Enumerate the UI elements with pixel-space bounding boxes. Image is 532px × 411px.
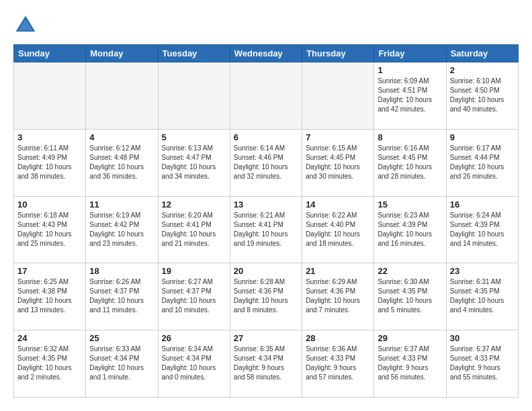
calendar-cell: 24Sunrise: 6:32 AM Sunset: 4:35 PM Dayli…: [14, 330, 86, 398]
calendar-cell: 3Sunrise: 6:11 AM Sunset: 4:49 PM Daylig…: [14, 129, 86, 196]
calendar-week-1: 1Sunrise: 6:09 AM Sunset: 4:51 PM Daylig…: [14, 62, 519, 130]
day-number: 26: [162, 333, 226, 343]
calendar-header-friday: Friday: [374, 45, 446, 62]
day-info: Sunrise: 6:10 AM Sunset: 4:50 PM Dayligh…: [450, 77, 515, 114]
calendar-cell: [302, 62, 374, 130]
calendar-cell: 27Sunrise: 6:35 AM Sunset: 4:34 PM Dayli…: [230, 330, 302, 398]
day-number: 11: [89, 199, 154, 210]
calendar-week-2: 3Sunrise: 6:11 AM Sunset: 4:49 PM Daylig…: [14, 129, 519, 196]
day-info: Sunrise: 6:32 AM Sunset: 4:35 PM Dayligh…: [17, 345, 82, 382]
day-number: 27: [234, 333, 298, 343]
day-info: Sunrise: 6:09 AM Sunset: 4:51 PM Dayligh…: [378, 77, 442, 114]
day-info: Sunrise: 6:22 AM Sunset: 4:40 PM Dayligh…: [306, 211, 370, 248]
calendar-cell: 8Sunrise: 6:16 AM Sunset: 4:45 PM Daylig…: [374, 129, 446, 196]
calendar-cell: 25Sunrise: 6:33 AM Sunset: 4:34 PM Dayli…: [86, 330, 158, 398]
day-number: 18: [89, 266, 154, 276]
day-number: 7: [306, 132, 370, 142]
day-info: Sunrise: 6:33 AM Sunset: 4:34 PM Dayligh…: [89, 345, 154, 382]
calendar-cell: 1Sunrise: 6:09 AM Sunset: 4:51 PM Daylig…: [374, 62, 446, 130]
calendar-cell: 10Sunrise: 6:18 AM Sunset: 4:43 PM Dayli…: [14, 196, 86, 263]
calendar-cell: 14Sunrise: 6:22 AM Sunset: 4:40 PM Dayli…: [302, 196, 374, 263]
day-info: Sunrise: 6:19 AM Sunset: 4:42 PM Dayligh…: [89, 211, 154, 248]
calendar-cell: 15Sunrise: 6:23 AM Sunset: 4:39 PM Dayli…: [374, 196, 446, 263]
calendar-cell: 4Sunrise: 6:12 AM Sunset: 4:48 PM Daylig…: [86, 129, 158, 196]
day-info: Sunrise: 6:30 AM Sunset: 4:35 PM Dayligh…: [378, 277, 442, 315]
day-number: 29: [378, 333, 442, 343]
calendar-cell: 16Sunrise: 6:24 AM Sunset: 4:39 PM Dayli…: [446, 196, 518, 263]
calendar-cell: 9Sunrise: 6:17 AM Sunset: 4:44 PM Daylig…: [446, 129, 518, 196]
day-info: Sunrise: 6:24 AM Sunset: 4:39 PM Dayligh…: [450, 211, 515, 248]
calendar-cell: 6Sunrise: 6:14 AM Sunset: 4:46 PM Daylig…: [230, 129, 302, 196]
day-number: 10: [17, 199, 82, 210]
day-number: 19: [162, 266, 226, 276]
header: [13, 13, 519, 38]
calendar-cell: 17Sunrise: 6:25 AM Sunset: 4:38 PM Dayli…: [14, 263, 86, 330]
day-info: Sunrise: 6:20 AM Sunset: 4:41 PM Dayligh…: [162, 211, 226, 248]
day-number: 16: [450, 199, 515, 210]
calendar-cell: 23Sunrise: 6:31 AM Sunset: 4:35 PM Dayli…: [446, 263, 518, 330]
day-number: 22: [378, 266, 442, 276]
day-info: Sunrise: 6:28 AM Sunset: 4:36 PM Dayligh…: [234, 277, 298, 315]
calendar-cell: [14, 62, 86, 130]
day-info: Sunrise: 6:14 AM Sunset: 4:46 PM Dayligh…: [234, 144, 298, 181]
calendar-cell: 2Sunrise: 6:10 AM Sunset: 4:50 PM Daylig…: [446, 62, 518, 130]
calendar-cell: [230, 62, 302, 130]
calendar-cell: 30Sunrise: 6:37 AM Sunset: 4:33 PM Dayli…: [446, 330, 518, 398]
calendar-cell: 28Sunrise: 6:36 AM Sunset: 4:33 PM Dayli…: [302, 330, 374, 398]
day-number: 12: [162, 199, 226, 210]
day-info: Sunrise: 6:12 AM Sunset: 4:48 PM Dayligh…: [89, 144, 154, 181]
day-info: Sunrise: 6:27 AM Sunset: 4:37 PM Dayligh…: [162, 277, 226, 315]
calendar-cell: 26Sunrise: 6:34 AM Sunset: 4:34 PM Dayli…: [158, 330, 230, 398]
day-info: Sunrise: 6:37 AM Sunset: 4:33 PM Dayligh…: [378, 345, 442, 382]
calendar-cell: 7Sunrise: 6:15 AM Sunset: 4:45 PM Daylig…: [302, 129, 374, 196]
day-number: 24: [17, 333, 82, 343]
calendar-cell: 19Sunrise: 6:27 AM Sunset: 4:37 PM Dayli…: [158, 263, 230, 330]
calendar-cell: 12Sunrise: 6:20 AM Sunset: 4:41 PM Dayli…: [158, 196, 230, 263]
logo: [13, 13, 40, 38]
day-number: 28: [306, 333, 370, 343]
calendar-cell: 29Sunrise: 6:37 AM Sunset: 4:33 PM Dayli…: [374, 330, 446, 398]
day-number: 2: [450, 65, 515, 75]
day-info: Sunrise: 6:17 AM Sunset: 4:44 PM Dayligh…: [450, 144, 515, 181]
calendar-header-thursday: Thursday: [302, 45, 374, 62]
day-info: Sunrise: 6:11 AM Sunset: 4:49 PM Dayligh…: [17, 144, 82, 181]
day-info: Sunrise: 6:23 AM Sunset: 4:39 PM Dayligh…: [378, 211, 442, 248]
calendar-header-monday: Monday: [86, 45, 158, 62]
day-number: 23: [450, 266, 515, 276]
day-number: 20: [234, 266, 298, 276]
calendar-header-tuesday: Tuesday: [158, 45, 230, 62]
calendar-header-row: SundayMondayTuesdayWednesdayThursdayFrid…: [14, 45, 519, 62]
calendar-week-4: 17Sunrise: 6:25 AM Sunset: 4:38 PM Dayli…: [14, 263, 519, 330]
calendar-cell: 5Sunrise: 6:13 AM Sunset: 4:47 PM Daylig…: [158, 129, 230, 196]
day-info: Sunrise: 6:16 AM Sunset: 4:45 PM Dayligh…: [378, 144, 442, 181]
logo-icon: [13, 13, 38, 38]
day-number: 5: [162, 132, 226, 142]
day-info: Sunrise: 6:18 AM Sunset: 4:43 PM Dayligh…: [17, 211, 82, 248]
calendar-week-5: 24Sunrise: 6:32 AM Sunset: 4:35 PM Dayli…: [14, 330, 519, 398]
day-info: Sunrise: 6:29 AM Sunset: 4:36 PM Dayligh…: [306, 277, 370, 315]
calendar-cell: 18Sunrise: 6:26 AM Sunset: 4:37 PM Dayli…: [86, 263, 158, 330]
day-info: Sunrise: 6:35 AM Sunset: 4:34 PM Dayligh…: [234, 345, 298, 382]
day-number: 8: [378, 132, 442, 142]
calendar-cell: [158, 62, 230, 130]
calendar-cell: 22Sunrise: 6:30 AM Sunset: 4:35 PM Dayli…: [374, 263, 446, 330]
day-info: Sunrise: 6:34 AM Sunset: 4:34 PM Dayligh…: [162, 345, 226, 382]
calendar-cell: 11Sunrise: 6:19 AM Sunset: 4:42 PM Dayli…: [86, 196, 158, 263]
day-info: Sunrise: 6:21 AM Sunset: 4:41 PM Dayligh…: [234, 211, 298, 248]
day-number: 1: [378, 65, 442, 75]
calendar-cell: 20Sunrise: 6:28 AM Sunset: 4:36 PM Dayli…: [230, 263, 302, 330]
day-number: 9: [450, 132, 515, 142]
day-info: Sunrise: 6:25 AM Sunset: 4:38 PM Dayligh…: [17, 277, 82, 315]
day-info: Sunrise: 6:13 AM Sunset: 4:47 PM Dayligh…: [162, 144, 226, 181]
day-number: 14: [306, 199, 370, 210]
day-number: 6: [234, 132, 298, 142]
page: SundayMondayTuesdayWednesdayThursdayFrid…: [0, 0, 532, 411]
day-info: Sunrise: 6:36 AM Sunset: 4:33 PM Dayligh…: [306, 345, 370, 382]
day-number: 17: [17, 266, 82, 276]
day-info: Sunrise: 6:26 AM Sunset: 4:37 PM Dayligh…: [89, 277, 154, 315]
day-number: 21: [306, 266, 370, 276]
day-info: Sunrise: 6:37 AM Sunset: 4:33 PM Dayligh…: [450, 345, 515, 382]
calendar-cell: 13Sunrise: 6:21 AM Sunset: 4:41 PM Dayli…: [230, 196, 302, 263]
calendar-cell: [86, 62, 158, 130]
day-number: 13: [234, 199, 298, 210]
